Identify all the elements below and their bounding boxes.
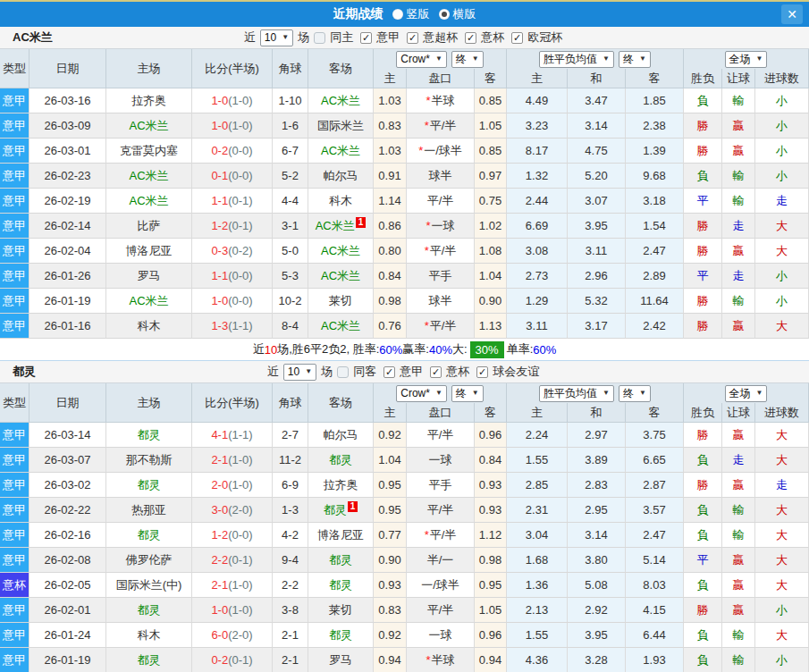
result-goals: 大 (755, 214, 809, 239)
close-icon[interactable]: ✕ (781, 4, 803, 24)
avg-stage-select-value: 终 (623, 52, 634, 67)
result-outcome: 勝 (684, 314, 722, 339)
result-goals: 走 (755, 473, 809, 498)
summary-line: 近10场,胜6平2负2, 胜率:60% 赢率:40% 大: 30% 单率:60% (0, 339, 809, 361)
column-subheader: 和 (568, 403, 626, 423)
chevron-down-icon: ▼ (472, 55, 479, 63)
home-team-name: 都灵 (138, 427, 161, 443)
league-checkbox-label: 意杯 (446, 364, 469, 380)
avg-source-select[interactable]: 胜平负均值▼ (539, 51, 614, 68)
scope-select[interactable]: 全场▼ (725, 51, 768, 68)
radio-icon[interactable] (392, 9, 403, 20)
odds-away: 1.05 (475, 598, 507, 623)
matches-count-select[interactable]: 10▼ (260, 29, 293, 46)
handicap: 平/半 (407, 423, 475, 448)
odds-stage-select[interactable]: 终▼ (451, 385, 484, 402)
odds-company-select[interactable]: Crow*▼ (396, 51, 447, 68)
match-date: 26-03-01 (29, 139, 106, 164)
summary-segment: 60% (533, 343, 556, 357)
home-team-name: 克雷莫内塞 (120, 143, 178, 159)
same-venue-checkbox[interactable] (314, 32, 325, 44)
radio-icon[interactable] (439, 9, 450, 20)
halftime-score: (0-0) (228, 269, 252, 282)
league-checkbox[interactable]: ✓ (511, 32, 523, 44)
avg-home: 2.31 (507, 498, 568, 523)
matches-label: 场 (321, 364, 333, 380)
league-checkbox[interactable]: ✓ (407, 32, 418, 44)
fulltime-score: 6-0 (211, 628, 228, 642)
away-team: 国际米兰 (308, 113, 374, 139)
match-date: 26-02-01 (29, 598, 106, 623)
away-team: AC米兰 (308, 314, 374, 339)
away-team-name: 国际米兰 (317, 118, 364, 134)
corners: 1-10 (273, 88, 308, 113)
matches-count-select[interactable]: 10▼ (283, 364, 316, 381)
radio-vertical-layout[interactable]: 竖版 (392, 6, 430, 22)
column-subheader: 让球 (722, 69, 755, 88)
avg-home: 3.23 (507, 113, 568, 139)
result-goals: 小 (755, 164, 809, 189)
odds-home: 0.92 (374, 623, 407, 648)
result-goals: 走 (755, 189, 809, 214)
match-type: 意甲 (0, 189, 29, 214)
odds-away: 0.95 (475, 573, 507, 598)
table-header: 类型日期主场比分(半场)角球客场Crow*▼终▼胜平负均值▼终▼全场▼主盘口客主… (0, 383, 809, 423)
column-subheader: 胜负 (684, 403, 722, 423)
same-venue-checkbox[interactable] (337, 366, 349, 378)
avg-home: 4.36 (507, 648, 568, 672)
result-goals: 小 (755, 264, 809, 289)
odds-group-header: Crow*▼终▼ (374, 49, 507, 69)
avg-stage-select[interactable]: 终▼ (619, 385, 651, 402)
result-outcome: 負 (684, 498, 722, 523)
league-checkbox[interactable]: ✓ (360, 32, 372, 44)
avg-home: 2.13 (507, 598, 568, 623)
away-team-name: AC米兰 (316, 218, 355, 234)
avg-away: 3.18 (626, 189, 684, 214)
avg-draw: 5.20 (568, 164, 626, 189)
home-team: 博洛尼亚 (106, 239, 192, 264)
avg-home: 6.69 (507, 214, 568, 239)
avg-group-header: 胜平负均值▼终▼ (507, 49, 684, 69)
corners: 8-4 (273, 314, 308, 339)
match-row: 意甲26-03-01克雷莫内塞0-2(0-0)6-7AC米兰1.03*一/球半0… (0, 139, 809, 164)
team-name: 都灵 (13, 364, 36, 380)
league-checkbox[interactable]: ✓ (465, 32, 476, 44)
filter-bar: 近10▼场同主✓意甲✓意超杯✓意杯✓欧冠杯 (0, 29, 809, 46)
radio-horizontal-layout[interactable]: 横版 (439, 6, 476, 22)
avg-stage-select[interactable]: 终▼ (619, 51, 651, 68)
odds-home: 0.86 (374, 214, 407, 239)
result-handicap: 贏 (722, 473, 755, 498)
scope-select[interactable]: 全场▼ (725, 385, 768, 402)
odds-stage-select[interactable]: 终▼ (451, 51, 484, 68)
team-filter-row: AC米兰近10▼场同主✓意甲✓意超杯✓意杯✓欧冠杯 (0, 27, 809, 49)
handicap: *平/半 (407, 314, 475, 339)
home-team: AC米兰 (106, 164, 192, 189)
home-team: 热那亚 (106, 498, 192, 523)
away-team: 科木 (308, 189, 374, 214)
odds-home: 0.92 (374, 423, 407, 448)
result-outcome: 勝 (684, 113, 722, 139)
match-date: 26-01-19 (29, 648, 106, 672)
column-subheader: 胜负 (684, 69, 722, 88)
avg-away: 2.89 (626, 264, 684, 289)
odds-home: 1.03 (374, 88, 407, 113)
odds-group-header: Crow*▼终▼ (374, 383, 507, 403)
live-marker-icon: * (425, 244, 429, 257)
odds-company-select[interactable]: Crow*▼ (396, 385, 447, 402)
section-home-team: AC米兰近10▼场同主✓意甲✓意超杯✓意杯✓欧冠杯类型日期主场比分(半场)角球客… (0, 27, 809, 361)
result-goals: 小 (755, 648, 809, 672)
avg-away: 1.54 (626, 214, 684, 239)
score: 1-1(0-1) (192, 189, 273, 214)
league-checkbox[interactable]: ✓ (383, 366, 395, 378)
home-team: 都灵 (106, 523, 192, 548)
halftime-score: (0-0) (228, 294, 252, 307)
column-subheader: 主 (374, 69, 407, 88)
league-checkbox[interactable]: ✓ (430, 366, 442, 378)
match-row: 意甲26-03-09AC米兰1-0(1-0)1-6国际米兰0.83*平/半1.0… (0, 113, 809, 139)
score: 0-1(0-0) (192, 164, 273, 189)
league-checkbox[interactable]: ✓ (476, 366, 488, 378)
home-team: 佛罗伦萨 (106, 548, 192, 573)
avg-source-select[interactable]: 胜平负均值▼ (539, 385, 614, 402)
avg-draw: 3.80 (568, 548, 626, 573)
result-goals: 大 (755, 239, 809, 264)
